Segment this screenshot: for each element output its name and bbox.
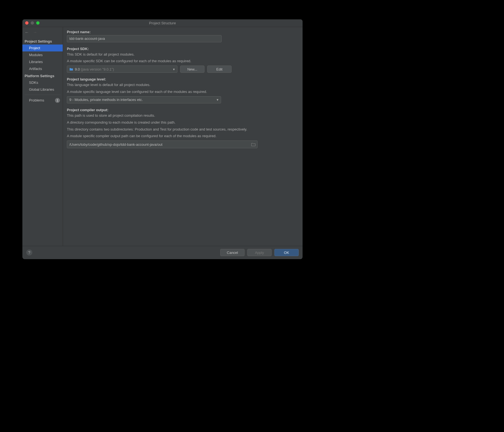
problems-count-badge: 1 — [55, 98, 60, 103]
zoom-window-button[interactable] — [36, 21, 40, 25]
sidebar-item-global-libraries[interactable]: Global Libraries — [22, 86, 63, 93]
sidebar-item-sdks[interactable]: SDKs — [22, 79, 63, 86]
back-button[interactable]: ← — [25, 30, 29, 35]
sidebar-divider — [25, 95, 61, 95]
help-button[interactable]: ? — [26, 249, 32, 256]
section-project-settings: Project Settings — [22, 38, 63, 45]
compiler-output-desc1: This path is used to store all project c… — [67, 113, 299, 118]
project-sdk-label: Project SDK: — [67, 47, 299, 51]
sidebar-item-artifacts[interactable]: Artifacts — [22, 65, 63, 72]
sdk-edit-button[interactable]: Edit — [207, 66, 232, 73]
problems-label: Problems — [29, 98, 44, 102]
section-platform-settings: Platform Settings — [22, 72, 63, 79]
sidebar-item-project[interactable]: Project — [22, 45, 63, 51]
language-level-dropdown[interactable]: 9 - Modules, private methods in interfac… — [67, 96, 221, 103]
titlebar: Project Structure — [22, 19, 303, 27]
project-sdk-desc2: A module specific SDK can be configured … — [67, 59, 299, 64]
language-level-desc1: This language level is default for all p… — [67, 82, 299, 88]
close-window-button[interactable] — [25, 21, 28, 25]
window-title: Project Structure — [149, 21, 176, 25]
sidebar-item-problems[interactable]: Problems 1 — [22, 97, 63, 104]
sdk-value: 9.0 — [75, 67, 80, 71]
window-controls — [25, 21, 40, 25]
compiler-output-desc2: A directory corresponding to each module… — [67, 120, 299, 125]
dialog-footer: ? Cancel Apply OK — [22, 246, 303, 259]
apply-button: Apply — [247, 249, 272, 256]
sidebar: ← → Project Settings Project Modules Lib… — [22, 27, 63, 246]
ok-button[interactable]: OK — [274, 249, 299, 256]
chevron-down-icon: ▾ — [173, 67, 175, 71]
sdk-folder-icon — [69, 68, 73, 71]
language-level-label: Project language level: — [67, 77, 299, 81]
project-structure-dialog: Project Structure ← → Project Settings P… — [22, 19, 303, 259]
content-panel: Project name: Project SDK: This SDK is d… — [63, 27, 303, 246]
compiler-output-field — [67, 140, 258, 148]
project-sdk-desc1: This SDK is default for all project modu… — [67, 52, 299, 57]
chevron-down-icon: ▾ — [217, 98, 219, 102]
language-level-value: 9 - Modules, private methods in interfac… — [69, 98, 143, 102]
forward-button: → — [33, 30, 37, 35]
compiler-output-desc4: A module specific compiler output path c… — [67, 134, 260, 139]
compiler-output-input[interactable] — [69, 142, 251, 147]
project-sdk-dropdown[interactable]: 9.0 (java version "9.0.1") ▾ — [67, 66, 177, 73]
compiler-output-desc3: This directory contains two subdirectori… — [67, 127, 260, 132]
browse-folder-icon[interactable] — [251, 143, 256, 146]
project-name-input[interactable] — [67, 35, 222, 42]
nav-history: ← → — [22, 29, 63, 38]
language-level-desc2: A module specific language level can be … — [67, 89, 299, 95]
minimize-window-button[interactable] — [31, 21, 34, 25]
sidebar-item-libraries[interactable]: Libraries — [22, 58, 63, 65]
sdk-version: (java version "9.0.1") — [81, 67, 114, 71]
project-name-label: Project name: — [67, 30, 299, 34]
sidebar-item-modules[interactable]: Modules — [22, 51, 63, 58]
compiler-output-label: Project compiler output: — [67, 108, 299, 112]
sdk-new-button[interactable]: New... — [180, 66, 204, 73]
cancel-button[interactable]: Cancel — [220, 249, 245, 256]
